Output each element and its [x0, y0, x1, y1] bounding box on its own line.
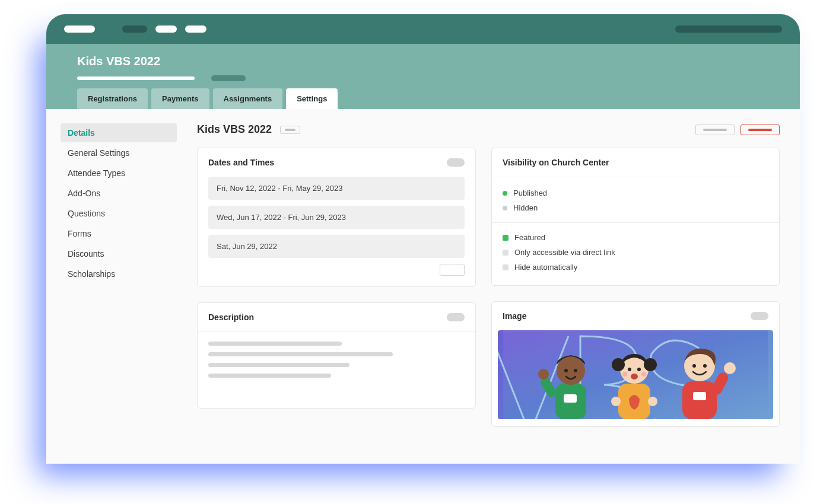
- description-card: Description: [197, 302, 476, 409]
- svg-point-22: [692, 364, 696, 368]
- main-tabs: Registrations Payments Assignments Setti…: [77, 88, 782, 109]
- page-header-row: Kids VBS 2022: [197, 123, 780, 148]
- visibility-card-title: Visibility on Church Center: [503, 158, 609, 167]
- dates-card: Dates and Times Fri, Nov 12, 2022 - Fri,…: [197, 148, 476, 287]
- svg-rect-20: [693, 392, 706, 400]
- sidebar-item-questions[interactable]: Questions: [61, 204, 177, 223]
- nav-item-active[interactable]: [122, 25, 147, 33]
- app-logo[interactable]: [64, 25, 95, 33]
- svg-point-13: [637, 368, 641, 371]
- skeleton-line: [208, 363, 349, 367]
- dates-card-title: Dates and Times: [208, 158, 274, 167]
- visibility-option-label: Hide automatically: [514, 263, 577, 272]
- visibility-option-featured[interactable]: Featured: [503, 230, 768, 245]
- description-edit-button[interactable]: [447, 313, 465, 321]
- status-dot-icon: [503, 206, 507, 210]
- sidebar-item-scholarships[interactable]: Scholarships: [61, 264, 177, 283]
- divider: [492, 222, 779, 223]
- visibility-option-label: Featured: [514, 233, 545, 242]
- nav-item[interactable]: [155, 25, 177, 33]
- skeleton-line: [208, 342, 342, 346]
- app-topbar: [46, 14, 800, 44]
- page-subheader: Kids VBS 2022 Registrations Payments Ass…: [46, 44, 800, 109]
- date-range-row[interactable]: Fri, Nov 12, 2022 - Fri, May 29, 2023: [208, 177, 465, 200]
- add-date-button[interactable]: [440, 264, 465, 276]
- svg-point-15: [622, 372, 627, 377]
- visibility-option-direct-link[interactable]: Only accessible via direct link: [503, 245, 768, 260]
- sidebar-item-details[interactable]: Details: [61, 123, 177, 142]
- content-title: Kids VBS 2022: [197, 123, 272, 136]
- event-image[interactable]: [498, 330, 773, 419]
- description-card-title: Description: [208, 312, 254, 322]
- tab-settings[interactable]: Settings: [286, 88, 338, 109]
- visibility-status-hidden[interactable]: Hidden: [503, 200, 768, 215]
- settings-sidebar: Details General Settings Attendee Types …: [61, 123, 177, 442]
- skeleton-line: [208, 352, 393, 356]
- visibility-option-label: Only accessible via direct link: [514, 248, 615, 257]
- secondary-action-button[interactable]: [695, 125, 735, 135]
- nav-item[interactable]: [185, 25, 206, 33]
- skeleton-line: [208, 374, 331, 378]
- visibility-status-label: Hidden: [513, 203, 538, 212]
- visibility-card: Visibility on Church Center Published Hi…: [491, 148, 780, 286]
- visibility-status-published[interactable]: Published: [503, 186, 768, 200]
- status-dot-icon: [503, 191, 507, 196]
- subheader-meta: [77, 75, 782, 81]
- tab-payments[interactable]: Payments: [151, 88, 209, 109]
- content-area: Details General Settings Attendee Types …: [46, 109, 800, 442]
- visibility-option-hide-auto[interactable]: Hide automatically: [503, 260, 768, 275]
- visibility-status-label: Published: [513, 189, 547, 197]
- svg-point-7: [538, 369, 549, 379]
- svg-rect-2: [564, 394, 577, 403]
- user-menu[interactable]: [675, 25, 782, 33]
- svg-point-4: [564, 369, 568, 372]
- subheader-progress: [77, 76, 195, 80]
- checkbox-icon: [503, 235, 508, 241]
- svg-point-14: [631, 374, 638, 379]
- sidebar-item-general[interactable]: General Settings: [61, 143, 177, 162]
- svg-point-17: [611, 397, 621, 406]
- app-window: Kids VBS 2022 Registrations Payments Ass…: [46, 14, 800, 464]
- sidebar-item-attendee-types[interactable]: Attendee Types: [61, 164, 177, 183]
- image-card-title: Image: [503, 311, 526, 321]
- date-range-row[interactable]: Wed, Jun 17, 2022 - Fri, Jun 29, 2023: [208, 206, 465, 229]
- image-card: Image: [491, 301, 780, 427]
- svg-point-23: [703, 364, 707, 368]
- subheader-tag: [211, 75, 246, 81]
- svg-point-16: [641, 372, 646, 377]
- svg-point-5: [574, 369, 577, 372]
- svg-point-25: [724, 362, 736, 374]
- image-edit-button[interactable]: [751, 312, 768, 320]
- date-range-row[interactable]: Sat, Jun 29, 2022: [208, 235, 465, 258]
- status-badge: [280, 126, 300, 134]
- page-title: Kids VBS 2022: [77, 55, 782, 68]
- svg-point-12: [628, 368, 631, 371]
- svg-point-3: [557, 356, 585, 385]
- tab-registrations[interactable]: Registrations: [77, 88, 148, 109]
- dates-card-edit-button[interactable]: [447, 158, 465, 167]
- sidebar-item-forms[interactable]: Forms: [61, 224, 177, 243]
- tab-assignments[interactable]: Assignments: [213, 88, 283, 109]
- danger-action-button[interactable]: [740, 125, 780, 135]
- sidebar-item-discounts[interactable]: Discounts: [61, 244, 177, 263]
- sidebar-item-addons[interactable]: Add-Ons: [61, 184, 177, 203]
- checkbox-icon: [503, 264, 508, 270]
- description-body: [198, 332, 475, 408]
- svg-point-18: [648, 397, 657, 406]
- checkbox-icon: [503, 250, 508, 256]
